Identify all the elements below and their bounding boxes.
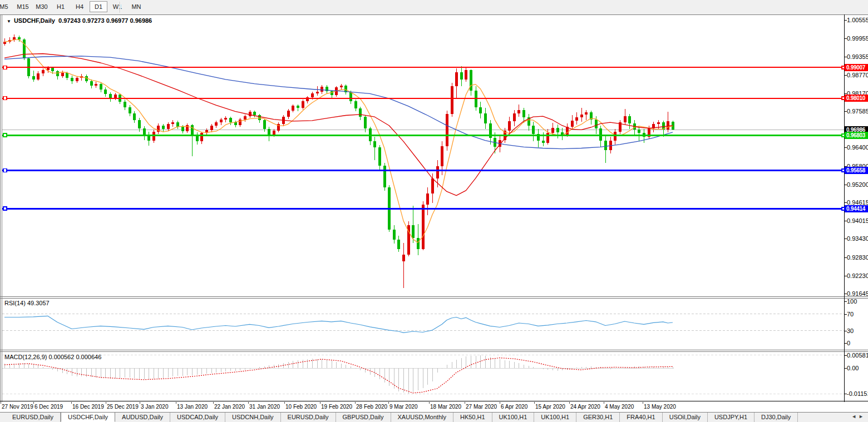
date-tick: [500, 402, 500, 404]
date-label: 13 Jan 2020: [177, 404, 208, 410]
timeframe-button-d1[interactable]: D1: [90, 1, 107, 12]
date-tick: [106, 402, 106, 404]
timeframe-button-w1[interactable]: W1: [108, 1, 126, 12]
date-label: 13 May 2020: [644, 404, 676, 410]
date-tick: [465, 402, 465, 404]
symbol-dropdown-icon[interactable]: ▼: [7, 19, 11, 24]
date-axis: 27 Nov 20196 Dec 201916 Dec 201925 Dec 2…: [0, 402, 868, 412]
chart-tab-ger30-h1[interactable]: GER30,H1: [576, 413, 620, 422]
date-label: 16 Dec 2019: [72, 404, 104, 410]
rsi-indicator-label: RSI(14) 49.3057: [4, 300, 50, 306]
rsi-tick-100: 100: [847, 298, 857, 305]
rsi-tick-70: 70: [847, 311, 854, 317]
price-tick-0.99355: 0.99355: [847, 53, 868, 60]
date-tick: [284, 402, 285, 404]
date-label: 25 Dec 2019: [107, 404, 139, 410]
date-tick: [33, 402, 34, 404]
price-tick-0.94015: 0.94015: [847, 217, 868, 224]
date-tick: [248, 402, 249, 404]
price-badge-0.96803: 0.96803: [845, 132, 868, 139]
date-tick: [604, 402, 604, 404]
date-tick: [569, 402, 570, 404]
macd-tick--0.01151: -0.01151: [847, 390, 868, 397]
chart-tab-usdcnh-daily[interactable]: USDCNH,Daily: [225, 413, 281, 422]
chart-tab-usoil-daily[interactable]: USOil,Daily: [663, 413, 708, 422]
date-tick: [320, 402, 320, 404]
rsi-canvas[interactable]: [2, 299, 844, 350]
chart-tab-audusd-daily[interactable]: AUDUSD,Daily: [115, 413, 170, 422]
chart-tab-gbpusd-daily[interactable]: GBPUSD,Daily: [336, 413, 391, 422]
price-tick-1.00555: 1.00555: [847, 17, 868, 23]
main-chart-canvas[interactable]: [2, 16, 844, 296]
rsi-tick-0: 0: [847, 340, 850, 346]
date-label: 18 Mar 2020: [430, 404, 461, 410]
price-tick-0.98770: 0.98770: [847, 72, 868, 78]
date-label: 3 Jan 2020: [141, 404, 169, 410]
macd-tick-0.00: 0.00: [847, 365, 859, 371]
chart-tab-eurusd-daily[interactable]: EURUSD,Daily: [6, 413, 61, 422]
price-tick-0.97585: 0.97585: [847, 108, 868, 115]
timeframe-button-h4[interactable]: H4: [71, 1, 88, 12]
rsi-tick-30: 30: [847, 327, 854, 334]
price-tick-0.91645: 0.91645: [847, 290, 868, 297]
macd-canvas[interactable]: [2, 352, 844, 401]
tab-scroll-right-icon[interactable]: ►: [859, 414, 866, 419]
date-label: 27 Nov 2019: [2, 404, 33, 410]
chart-tab-uk100-h1[interactable]: UK100,H1: [534, 413, 576, 422]
price-tick-0.92830: 0.92830: [847, 254, 868, 261]
date-label: 31 Jan 2020: [249, 404, 280, 410]
date-tick: [534, 402, 535, 404]
date-tick: [176, 402, 176, 404]
date-label: 19 Feb 2020: [321, 404, 352, 410]
date-tick: [643, 402, 643, 404]
date-tick: [140, 402, 140, 404]
date-label: 6 Dec 2019: [34, 404, 63, 410]
macd-indicator-label: MACD(12,26,9) 0.000562 0.000646: [4, 354, 101, 360]
timeframe-button-mn[interactable]: MN: [127, 1, 145, 12]
toolbar-separator: [120, 2, 121, 13]
plot-bottom-border: [0, 401, 868, 401]
timeframe-button-m15[interactable]: M15: [14, 1, 32, 12]
window-left-edge: [0, 14, 1, 412]
date-label: 28 Feb 2020: [356, 404, 387, 410]
date-label: 24 Apr 2020: [570, 404, 600, 410]
chart-tab-usdjpy-h1[interactable]: USDJPY,H1: [708, 413, 754, 422]
chart-ohlc-values: 0.97243 0.97273 0.96977 0.96986: [58, 17, 152, 24]
macd-tick-0.005818: 0.005818: [847, 352, 868, 359]
date-label: 6 Apr 2020: [501, 404, 527, 410]
timeframe-button-h1[interactable]: H1: [52, 1, 70, 12]
date-tick: [213, 402, 214, 404]
date-label: 10 Feb 2020: [285, 404, 317, 410]
price-badge-0.99007: 0.99007: [845, 64, 868, 71]
chart-tab-xauusd-monthly[interactable]: XAUUSD,Monthly: [391, 413, 453, 422]
date-label: 4 May 2020: [605, 404, 634, 410]
price-axis-line: [844, 14, 845, 412]
chart-tab-usdcad-daily[interactable]: USDCAD,Daily: [170, 413, 225, 422]
chart-header: ▼USDCHF,Daily 0.97243 0.97273 0.96977 0.…: [7, 17, 152, 24]
timeframe-button-m30[interactable]: M30: [33, 1, 51, 12]
tab-scroll-arrows[interactable]: ◄►: [851, 414, 866, 419]
price-tick-0.93430: 0.93430: [847, 235, 868, 242]
date-label: 9 Mar 2020: [389, 404, 418, 410]
timeframe-button-m5[interactable]: M5: [0, 1, 13, 12]
price-tick-0.99955: 0.99955: [847, 35, 868, 42]
panel-separator-2a: [0, 350, 868, 350]
panel-separator-1a: [0, 296, 868, 297]
date-tick: [355, 402, 356, 404]
chart-tab-bar: EURUSD,DailyUSDCHF,DailyAUDUSD,DailyUSDC…: [0, 412, 868, 422]
chart-tab-uk100-h1[interactable]: UK100,H1: [492, 413, 535, 422]
tab-scroll-left-icon[interactable]: ◄: [851, 414, 859, 419]
date-label: 22 Jan 2020: [214, 404, 245, 410]
chart-tab-fra40-h1[interactable]: FRA40,H1: [620, 413, 662, 422]
price-tick-0.92230: 0.92230: [847, 272, 868, 279]
price-badge-0.95658: 0.95658: [845, 167, 868, 174]
price-badge-0.98010: 0.98010: [845, 95, 868, 102]
date-label: 27 Mar 2020: [466, 404, 497, 410]
date-tick: [1, 402, 1, 404]
chart-tab-usdchf-daily[interactable]: USDCHF,Daily: [61, 412, 115, 422]
chart-tab-hk50-h1[interactable]: HK50,H1: [453, 413, 492, 422]
chart-tab-dj30-daily[interactable]: DJ30,Daily: [754, 413, 798, 422]
price-badge-0.94414: 0.94414: [845, 205, 868, 212]
window-top-border: [0, 14, 868, 15]
chart-tab-eurusd-daily[interactable]: EURUSD,Daily: [281, 413, 336, 422]
